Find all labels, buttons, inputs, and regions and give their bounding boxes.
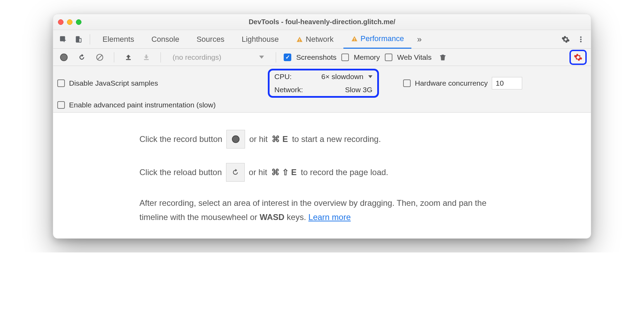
hw-concurrency-input[interactable]: 10	[492, 77, 522, 89]
svg-rect-3	[299, 39, 300, 40]
recordings-select[interactable]: (no recordings)	[168, 52, 268, 63]
cpu-value: 6× slowdown	[321, 73, 363, 81]
disable-js-label: Disable JavaScript samples	[69, 79, 158, 87]
tab-network-label: Network	[306, 35, 334, 44]
web-vitals-label: Web Vitals	[397, 53, 432, 61]
svg-rect-6	[354, 40, 355, 41]
network-label: Network:	[274, 86, 303, 94]
cpu-throttle-select[interactable]: CPU: 6× slowdown	[274, 73, 372, 81]
settings-icon[interactable]	[559, 33, 572, 46]
reload-button-hint[interactable]	[226, 163, 245, 182]
advanced-paint-label: Enable advanced paint instrumentation (s…	[69, 100, 216, 109]
svg-point-9	[580, 41, 582, 42]
network-throttle-select[interactable]: Network: Slow 3G	[274, 86, 372, 94]
separator	[114, 52, 114, 63]
web-vitals-checkbox[interactable]	[385, 54, 392, 61]
performance-empty-state: Click the record button or hit ⌘ E to st…	[53, 113, 591, 238]
chevron-down-icon	[259, 56, 264, 59]
performance-toolbar: (no recordings) Screenshots Memory Web V…	[53, 49, 591, 66]
capture-settings-button[interactable]	[569, 50, 587, 65]
memory-label: Memory	[354, 53, 380, 61]
tab-performance[interactable]: Performance	[343, 30, 412, 49]
hw-concurrency-checkbox[interactable]	[403, 79, 411, 87]
svg-rect-5	[354, 38, 355, 39]
shortcut-record: ⌘ E	[272, 132, 288, 146]
titlebar: DevTools - foul-heavenly-direction.glitc…	[53, 14, 591, 30]
window-title: DevTools - foul-heavenly-direction.glitc…	[53, 18, 591, 26]
svg-point-7	[580, 36, 582, 38]
tab-performance-label: Performance	[361, 34, 404, 43]
screenshots-checkbox[interactable]	[284, 54, 291, 61]
record-button[interactable]	[57, 51, 70, 64]
svg-rect-2	[79, 38, 81, 42]
separator	[276, 52, 276, 63]
device-toolbar-icon[interactable]	[72, 33, 85, 46]
more-tabs-button[interactable]: »	[413, 35, 425, 44]
advanced-paint-checkbox[interactable]	[57, 101, 65, 109]
tab-sources[interactable]: Sources	[189, 30, 232, 49]
tab-console[interactable]: Console	[144, 30, 187, 49]
svg-line-11	[98, 55, 102, 59]
disable-js-checkbox[interactable]	[57, 79, 65, 87]
reload-record-button[interactable]	[75, 51, 88, 64]
svg-rect-4	[299, 41, 300, 41]
save-profile-icon[interactable]	[140, 51, 153, 64]
tab-network[interactable]: Network	[289, 30, 341, 49]
network-value: Slow 3G	[345, 86, 372, 94]
hint-navigate: After recording, select an area of inter…	[139, 196, 502, 224]
warning-icon	[351, 35, 358, 42]
svg-point-8	[580, 39, 582, 40]
kebab-menu-icon[interactable]	[574, 33, 587, 46]
clear-button[interactable]	[93, 51, 106, 64]
devtools-window: DevTools - foul-heavenly-direction.glitc…	[53, 14, 591, 239]
screenshots-label: Screenshots	[296, 53, 336, 61]
separator	[160, 52, 161, 63]
wasd-keys: WASD	[260, 212, 284, 222]
chevron-down-icon	[368, 75, 372, 78]
tab-lighthouse-label: Lighthouse	[242, 35, 279, 44]
record-button-hint[interactable]	[226, 130, 245, 149]
hint-reload: Click the reload button or hit ⌘ ⇧ E to …	[139, 163, 505, 182]
tab-lighthouse[interactable]: Lighthouse	[234, 30, 286, 49]
shortcut-reload: ⌘ ⇧ E	[271, 165, 296, 180]
tab-sources-label: Sources	[196, 35, 224, 44]
learn-more-link[interactable]: Learn more	[309, 212, 351, 222]
tab-console-label: Console	[152, 35, 179, 44]
tab-elements-label: Elements	[103, 35, 134, 44]
memory-checkbox[interactable]	[341, 54, 349, 61]
separator	[90, 34, 90, 45]
hw-concurrency-label: Hardware concurrency	[415, 79, 488, 87]
tab-elements[interactable]: Elements	[95, 30, 142, 49]
recordings-label: (no recordings)	[173, 53, 221, 61]
cpu-label: CPU:	[274, 73, 292, 81]
devtools-tabbar: Elements Console Sources Lighthouse Netw…	[53, 30, 591, 49]
throttling-highlight: CPU: 6× slowdown Network: Slow 3G	[268, 69, 379, 98]
capture-settings-panel: Disable JavaScript samples CPU: 6× slowd…	[53, 66, 591, 113]
gc-button[interactable]	[436, 51, 449, 64]
hint-record: Click the record button or hit ⌘ E to st…	[139, 130, 505, 149]
inspect-element-icon[interactable]	[57, 33, 70, 46]
load-profile-icon[interactable]	[122, 51, 135, 64]
warning-icon	[296, 36, 303, 43]
